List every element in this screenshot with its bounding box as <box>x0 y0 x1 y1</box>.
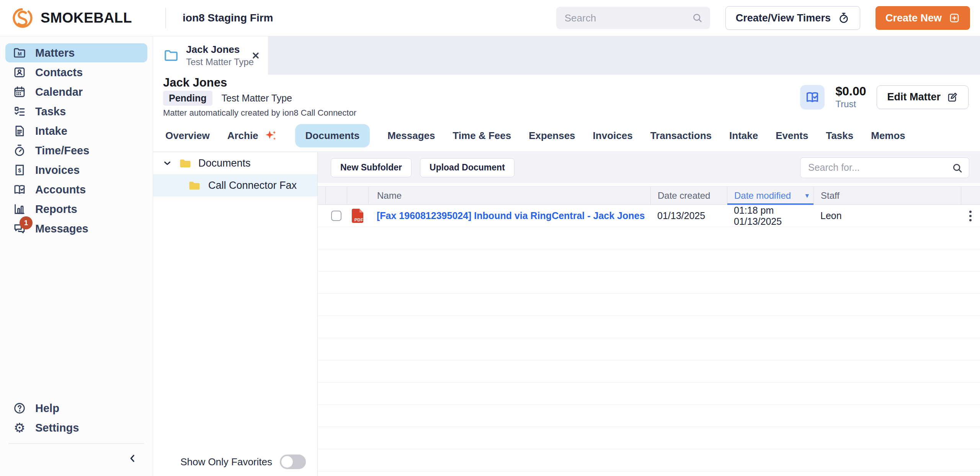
matter-tab[interactable]: Jack Jones Test Matter Type <box>153 36 268 75</box>
empty-row <box>318 383 980 405</box>
sidebar-item-label: Reports <box>35 203 77 216</box>
tab-events[interactable]: Events <box>776 130 808 142</box>
folder-yellow-icon <box>188 178 201 192</box>
sidebar-item-invoices[interactable]: $ Invoices <box>5 160 147 180</box>
messages-unread-badge: 1 <box>20 216 33 229</box>
tab-intake[interactable]: Intake <box>729 130 758 142</box>
edit-pencil-icon <box>947 92 958 103</box>
tab-memos[interactable]: Memos <box>871 130 905 142</box>
close-tab-icon[interactable] <box>251 51 260 60</box>
tab-expenses[interactable]: Expenses <box>529 130 575 142</box>
edit-matter-label: Edit Matter <box>887 91 941 103</box>
sidebar: M Matters Contacts <box>0 36 153 476</box>
sidebar-item-label: Intake <box>35 125 67 137</box>
sidebar-item-accounts[interactable]: Accounts <box>5 180 147 199</box>
sidebar-item-label: Contacts <box>35 66 83 79</box>
tree-item-documents[interactable]: Documents <box>153 152 317 174</box>
sidebar-item-time-fees[interactable]: Time/Fees <box>5 141 147 160</box>
checklist-icon <box>12 104 27 119</box>
documents-toolbar: New Subfolder Upload Document <box>318 152 980 183</box>
edit-matter-button[interactable]: Edit Matter <box>877 85 969 109</box>
help-icon <box>12 401 27 415</box>
documents-search <box>800 157 969 178</box>
smokeball-logo-icon <box>11 7 34 29</box>
ledger-book-icon <box>12 182 27 197</box>
stopwatch-icon <box>838 12 850 24</box>
column-header-date-created[interactable]: Date created <box>650 186 727 204</box>
sidebar-footer: Help ⚙ Settings <box>0 399 153 476</box>
folder-icon <box>163 47 179 64</box>
empty-row <box>318 405 980 427</box>
empty-row <box>318 427 980 449</box>
documents-panel: New Subfolder Upload Document <box>318 152 980 476</box>
matter-tab-title: Jack Jones <box>186 44 244 56</box>
tree-item-label: Call Connector Fax <box>208 180 297 191</box>
tab-time-fees[interactable]: Time & Fees <box>452 130 511 142</box>
header-gutter <box>318 186 325 204</box>
document-icon <box>12 124 27 138</box>
tree-item-label: Documents <box>198 157 251 169</box>
row-actions-kebab-icon[interactable] <box>967 208 974 224</box>
tree-item-call-connector-fax[interactable]: Call Connector Fax <box>153 174 317 196</box>
sparkle-icon <box>263 128 278 143</box>
show-only-favorites-toggle[interactable] <box>280 455 306 469</box>
global-search-input[interactable] <box>556 7 710 29</box>
sidebar-item-intake[interactable]: Intake <box>5 121 147 141</box>
tab-documents[interactable]: Documents <box>295 124 370 147</box>
plus-square-icon <box>949 12 960 24</box>
row-checkbox[interactable] <box>331 211 341 221</box>
column-header-name[interactable]: Name <box>368 186 650 204</box>
collapse-sidebar-chevron[interactable] <box>127 453 138 464</box>
tab-overview[interactable]: Overview <box>165 130 210 142</box>
brand: SMOKEBALL <box>0 7 165 29</box>
favorites-row: Show Only Favorites <box>153 448 317 476</box>
sidebar-item-tasks[interactable]: Tasks <box>5 102 147 121</box>
header-checkbox-column <box>325 186 347 204</box>
create-view-timers-button[interactable]: Create/View Timers <box>725 6 860 30</box>
svg-text:M: M <box>18 51 22 57</box>
trust-book-icon <box>800 85 825 110</box>
tab-label: Documents <box>305 130 360 142</box>
sidebar-item-matters[interactable]: M Matters <box>5 43 147 62</box>
empty-row <box>318 449 980 471</box>
tab-invoices[interactable]: Invoices <box>593 130 633 142</box>
sidebar-item-label: Settings <box>35 422 79 434</box>
tab-label: Time & Fees <box>452 130 511 142</box>
documents-search-input[interactable] <box>800 157 969 178</box>
tab-archie[interactable]: Archie <box>227 128 278 143</box>
sidebar-item-reports[interactable]: Reports <box>5 200 147 219</box>
svg-text:$: $ <box>18 167 21 173</box>
matters-folder-icon: M <box>12 46 27 60</box>
sidebar-item-calendar[interactable]: Calendar <box>5 82 147 101</box>
tab-label: Tasks <box>826 130 853 142</box>
favorites-toggle-label: Show Only Favorites <box>180 456 272 468</box>
tab-label: Events <box>776 130 808 142</box>
column-header-date-modified[interactable]: Date modified ▾ <box>727 186 813 204</box>
bar-chart-icon <box>12 202 27 216</box>
chevron-down-icon[interactable] <box>162 158 172 168</box>
sidebar-item-settings[interactable]: ⚙ Settings <box>5 418 147 437</box>
new-subfolder-button[interactable]: New Subfolder <box>331 158 412 177</box>
folder-yellow-icon <box>178 156 192 170</box>
tab-label: Expenses <box>529 130 575 142</box>
tab-messages[interactable]: Messages <box>387 130 435 142</box>
column-header-staff[interactable]: Staff <box>813 186 961 204</box>
tab-label: Messages <box>387 130 435 142</box>
document-link[interactable]: [Fax 1960812395024] Inbound via RingCent… <box>377 210 645 221</box>
empty-row <box>318 338 980 360</box>
tab-tasks[interactable]: Tasks <box>826 130 853 142</box>
toggle-knob <box>281 456 293 468</box>
pdf-file-icon: PDF <box>352 209 363 223</box>
upload-document-button[interactable]: Upload Document <box>420 158 514 177</box>
sidebar-item-messages[interactable]: 1 Messages <box>5 219 147 238</box>
invoice-icon: $ <box>12 163 27 177</box>
header-icon-column <box>347 186 368 204</box>
folder-tree-panel: Documents Call Connector Fax Show Only F… <box>153 152 318 476</box>
sidebar-item-help[interactable]: Help <box>5 399 147 418</box>
create-new-button[interactable]: Create New <box>875 6 970 30</box>
topbar-divider <box>165 8 166 28</box>
tab-transactions[interactable]: Transactions <box>650 130 712 142</box>
empty-row <box>318 316 980 338</box>
sidebar-item-contacts[interactable]: Contacts <box>5 63 147 82</box>
tab-label: Invoices <box>593 130 633 142</box>
